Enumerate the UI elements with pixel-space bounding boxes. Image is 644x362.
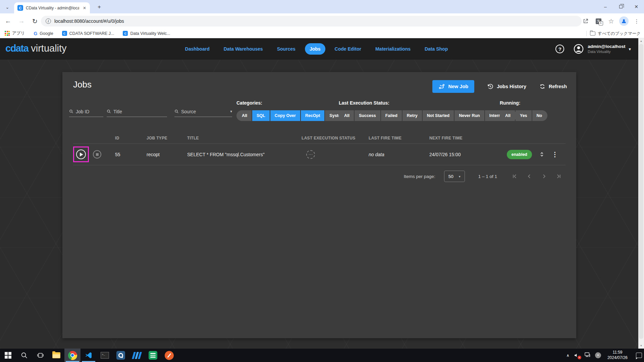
next-page-button[interactable] bbox=[541, 173, 547, 180]
address-bar[interactable]: i localhost:8080/account/#/u/0/jobs bbox=[41, 16, 582, 26]
search-icon bbox=[20, 352, 28, 359]
source-select[interactable]: Source ▾ bbox=[174, 106, 232, 117]
main-nav: Dashboard Data Warehouses Sources Jobs C… bbox=[180, 38, 453, 60]
terminal-taskbar-button[interactable]: >_ bbox=[97, 349, 113, 362]
task-view-button[interactable] bbox=[32, 349, 48, 362]
nav-data-warehouses[interactable]: Data Warehouses bbox=[219, 43, 268, 55]
nav-materializations[interactable]: Materializations bbox=[371, 43, 415, 55]
pgadmin-taskbar-button[interactable] bbox=[113, 349, 129, 362]
nav-dashboard[interactable]: Dashboard bbox=[180, 43, 214, 55]
job-icon bbox=[438, 83, 445, 90]
row-menu-icon[interactable]: ⋮ bbox=[552, 150, 558, 158]
nav-jobs[interactable]: Jobs bbox=[305, 43, 325, 55]
stop-job-button[interactable] bbox=[93, 150, 101, 159]
back-button[interactable]: ← bbox=[3, 16, 13, 26]
url-text[interactable]: localhost:8080/account/#/u/0/jobs bbox=[54, 18, 124, 24]
scrollbar-thumb[interactable] bbox=[639, 44, 643, 339]
forward-button[interactable]: → bbox=[16, 16, 27, 26]
file-explorer-button[interactable] bbox=[48, 349, 64, 362]
taskbar-search-button[interactable] bbox=[16, 349, 32, 362]
source-placeholder: Source bbox=[181, 109, 196, 114]
nav-code-editor[interactable]: Code Editor bbox=[330, 43, 366, 55]
share-icon[interactable] bbox=[580, 16, 591, 26]
window-close-button[interactable]: ✕ bbox=[629, 0, 644, 13]
chrome-icon bbox=[68, 351, 77, 360]
new-tab-button[interactable]: + bbox=[95, 3, 103, 11]
browser-tab[interactable]: C CData Virtuality - admin@locall ✕ bbox=[14, 2, 90, 13]
scroll-down-icon[interactable]: ▼ bbox=[638, 343, 644, 349]
jobs-history-button[interactable]: Jobs History bbox=[487, 83, 526, 90]
chip-les-retry[interactable]: Retry bbox=[402, 110, 422, 121]
taskbar-clock[interactable]: 11:59 2024/07/26 bbox=[605, 350, 630, 360]
chip-running-all[interactable]: All bbox=[500, 110, 515, 121]
cell-title: SELECT * FROM "mssql.Customers" bbox=[187, 152, 302, 157]
job-id-input[interactable]: Job ID bbox=[69, 106, 103, 117]
last-page-button[interactable] bbox=[555, 173, 562, 180]
action-center-icon[interactable] bbox=[636, 353, 642, 358]
previous-page-button[interactable] bbox=[526, 173, 533, 180]
tab-search-icon[interactable]: ⌄ bbox=[3, 3, 11, 11]
pagination: Items per page: 50 ▾ 1 – 1 of 1 bbox=[73, 169, 566, 184]
chip-categories-sql[interactable]: SQL bbox=[252, 110, 270, 121]
window-minimize-button[interactable]: – bbox=[598, 0, 613, 13]
logo-virtuality: virtuality bbox=[31, 43, 66, 54]
windows-taskbar: >_ ∧ ✕ ✕ 11:59 2024/07/26 bbox=[0, 349, 644, 362]
nav-sources[interactable]: Sources bbox=[272, 43, 300, 55]
chip-les-failed[interactable]: Failed bbox=[381, 110, 402, 121]
refresh-button[interactable]: Refresh bbox=[539, 83, 567, 90]
taskbar-date: 2024/07/26 bbox=[607, 355, 628, 361]
bookmark-label: アプリ bbox=[12, 31, 25, 36]
run-job-button[interactable] bbox=[76, 149, 86, 159]
title-input[interactable]: Title bbox=[107, 106, 167, 117]
start-button[interactable] bbox=[0, 349, 16, 362]
volume-muted-icon[interactable]: ✕ bbox=[574, 352, 580, 358]
cdata-virtuality-logo[interactable]: cdata virtuality bbox=[5, 43, 67, 54]
reload-button[interactable]: ↻ bbox=[30, 16, 40, 26]
vscode-taskbar-button[interactable] bbox=[80, 349, 97, 362]
chip-categories-all[interactable]: All bbox=[236, 110, 252, 121]
chip-les-success[interactable]: Success bbox=[355, 110, 380, 121]
browser-profile-avatar[interactable] bbox=[619, 16, 629, 26]
bookmark-label: Data Virtuality Welc... bbox=[130, 31, 170, 36]
chip-les-not-started[interactable]: Not Started bbox=[423, 110, 454, 121]
all-bookmarks-button[interactable]: すべてのブックマーク bbox=[590, 31, 641, 37]
chip-running-no[interactable]: No bbox=[532, 110, 548, 121]
scroll-up-icon[interactable]: ▲ bbox=[638, 38, 644, 44]
layers-app-taskbar-button[interactable] bbox=[129, 349, 145, 362]
chrome-taskbar-button[interactable] bbox=[64, 349, 80, 362]
new-job-button[interactable]: New Job bbox=[432, 80, 475, 93]
bookmark-star-icon[interactable]: ☆ bbox=[606, 16, 616, 26]
nav-data-shop[interactable]: Data Shop bbox=[420, 43, 452, 55]
help-icon[interactable]: ? bbox=[555, 45, 564, 53]
orange-app-icon bbox=[165, 351, 174, 360]
bookmark-apps[interactable]: アプリ bbox=[5, 31, 25, 36]
pgadmin-icon bbox=[116, 351, 125, 360]
user-menu[interactable]: admin@localhost Data Virtuality ▾ bbox=[573, 43, 631, 55]
first-page-button[interactable] bbox=[511, 173, 518, 180]
translate-icon[interactable]: 文 bbox=[593, 16, 604, 26]
chip-categories-copy-over[interactable]: Copy Over bbox=[270, 110, 300, 121]
table-row: 55 recopt SELECT * FROM "mssql.Customers… bbox=[73, 144, 566, 165]
dropdown-caret-icon: ▾ bbox=[459, 175, 461, 178]
bookmark-data-virtuality[interactable]: C Data Virtuality Welc... bbox=[123, 31, 170, 36]
database-tool-taskbar-button[interactable] bbox=[145, 349, 161, 362]
chip-categories-recopt[interactable]: RecOpt bbox=[301, 110, 324, 121]
tab-close-icon[interactable]: ✕ bbox=[82, 6, 87, 10]
orange-app-taskbar-button[interactable] bbox=[161, 349, 177, 362]
items-per-page-select[interactable]: 50 ▾ bbox=[444, 171, 465, 182]
reorder-icon[interactable] bbox=[539, 151, 545, 158]
chip-les-never-run[interactable]: Never Run bbox=[454, 110, 484, 121]
chip-les-all[interactable]: All bbox=[339, 110, 354, 121]
scrollbar[interactable]: ▲ ▼ bbox=[638, 38, 644, 349]
browser-menu-icon[interactable]: ⋮ bbox=[631, 16, 642, 26]
window-restore-button[interactable] bbox=[613, 0, 629, 13]
tray-expand-icon[interactable]: ∧ bbox=[567, 353, 569, 358]
site-info-icon[interactable]: i bbox=[46, 18, 51, 24]
chip-running-yes[interactable]: Yes bbox=[516, 110, 532, 121]
enabled-status-badge[interactable]: enabled bbox=[507, 150, 532, 159]
categories-label: Categories: bbox=[236, 100, 262, 106]
network-icon[interactable] bbox=[584, 351, 591, 359]
bookmark-google[interactable]: G Google bbox=[34, 31, 53, 36]
status-disconnected-icon[interactable]: ✕ bbox=[595, 352, 601, 358]
bookmark-cdata-software[interactable]: C CDATA SOFTWARE J... bbox=[62, 31, 114, 36]
